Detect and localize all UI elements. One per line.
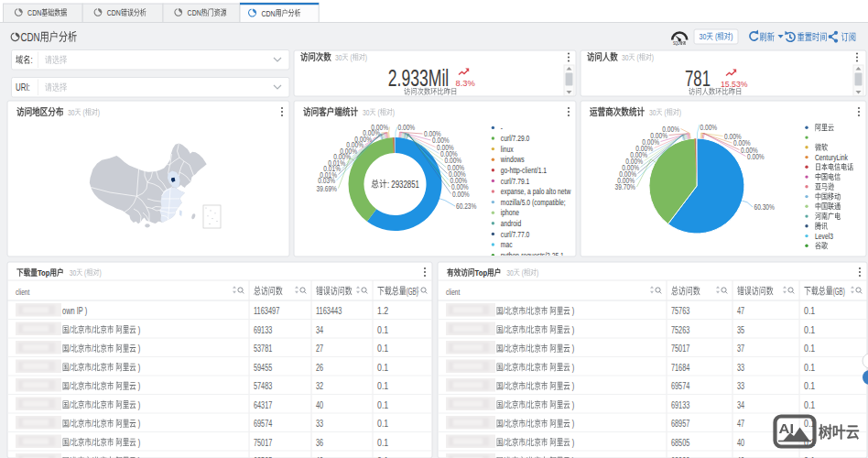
svg-text:netw: netw xyxy=(558,187,571,196)
svg-text:/: / xyxy=(92,381,93,391)
svg-text:/: / xyxy=(526,381,527,391)
svg-text:): ) xyxy=(393,108,395,117)
svg-text:75017: 75017 xyxy=(671,344,690,354)
svg-text:/: / xyxy=(526,306,527,316)
svg-text:0.1: 0.1 xyxy=(377,363,389,373)
svg-text:/: / xyxy=(69,344,71,354)
svg-text:/: / xyxy=(503,363,505,373)
svg-text:34: 34 xyxy=(737,400,744,410)
svg-text:SQL: SQL xyxy=(673,41,679,46)
svg-text:0.00%: 0.00% xyxy=(398,123,416,132)
svg-text:CDN: CDN xyxy=(188,8,201,17)
svg-text:): ) xyxy=(572,306,575,316)
svg-text:68957: 68957 xyxy=(671,419,690,429)
svg-text:palo: palo xyxy=(533,187,545,196)
svg-text:): ) xyxy=(98,108,100,117)
svg-text:27: 27 xyxy=(316,344,323,354)
svg-text:/: / xyxy=(526,400,527,410)
svg-text:): ) xyxy=(537,268,538,278)
svg-text:a: a xyxy=(527,187,531,196)
svg-text:/: / xyxy=(526,438,527,448)
svg-text:CDN: CDN xyxy=(27,8,41,17)
svg-text:): ) xyxy=(138,438,141,448)
svg-text:): ) xyxy=(138,344,141,354)
svg-text:0.00%: 0.00% xyxy=(700,123,718,132)
svg-text:0.1: 0.1 xyxy=(804,363,816,373)
svg-text:/: / xyxy=(69,438,71,448)
svg-text:1.2: 1.2 xyxy=(377,306,389,316)
svg-text:curl/7.77.0: curl/7.77.0 xyxy=(501,230,530,239)
svg-text:(: ( xyxy=(82,108,84,117)
svg-text:0.1: 0.1 xyxy=(377,381,389,391)
svg-text:own: own xyxy=(62,306,75,316)
svg-text:URI:: URI: xyxy=(16,82,30,93)
svg-text:CenturyLink: CenturyLink xyxy=(815,153,848,162)
svg-text:68505: 68505 xyxy=(671,438,690,448)
svg-text:): ) xyxy=(572,438,575,448)
svg-text:): ) xyxy=(138,363,141,373)
svg-text:/: / xyxy=(92,325,93,335)
svg-text:go-http-client/1.1: go-http-client/1.1 xyxy=(501,166,547,175)
svg-text:): ) xyxy=(138,325,141,335)
svg-text:64317: 64317 xyxy=(254,400,273,410)
svg-text:30: 30 xyxy=(70,268,77,278)
svg-text:): ) xyxy=(572,363,575,373)
svg-text:0.1: 0.1 xyxy=(804,344,816,354)
svg-text:(: ( xyxy=(84,268,86,278)
svg-text:36: 36 xyxy=(316,438,323,448)
svg-text:75017: 75017 xyxy=(254,438,273,448)
svg-text:AI: AI xyxy=(779,420,795,436)
svg-text:69133: 69133 xyxy=(671,400,690,410)
svg-text:): ) xyxy=(572,344,575,354)
svg-text:): ) xyxy=(138,419,141,429)
svg-text:): ) xyxy=(652,53,654,62)
svg-text:(: ( xyxy=(350,53,352,62)
svg-text:1163497: 1163497 xyxy=(254,306,280,316)
svg-text:32: 32 xyxy=(316,381,323,391)
svg-text:69574: 69574 xyxy=(671,381,690,391)
svg-text:30: 30 xyxy=(622,53,629,62)
svg-text:mac: mac xyxy=(501,240,513,249)
svg-text:): ) xyxy=(572,381,575,391)
svg-text:): ) xyxy=(365,53,367,62)
svg-text:(: ( xyxy=(377,108,379,117)
svg-text:/: / xyxy=(526,363,527,373)
svg-text:client: client xyxy=(446,287,461,297)
svg-text:1163443: 1163443 xyxy=(316,306,342,316)
svg-text:(GB): (GB) xyxy=(407,286,418,297)
svg-text:2.933Mil: 2.933Mil xyxy=(388,65,450,91)
svg-text:75263: 75263 xyxy=(671,325,690,335)
svg-text:0.1: 0.1 xyxy=(377,438,389,448)
svg-text:33: 33 xyxy=(737,381,744,391)
svg-text:26: 26 xyxy=(316,363,323,373)
svg-text:37: 37 xyxy=(737,344,744,354)
svg-text:(GB): (GB) xyxy=(833,286,845,297)
svg-text:): ) xyxy=(572,400,575,410)
svg-text:CDN: CDN xyxy=(262,9,276,18)
svg-text:): ) xyxy=(572,419,575,429)
svg-text:): ) xyxy=(85,306,88,316)
svg-text:/: / xyxy=(503,381,505,391)
svg-text:CDN: CDN xyxy=(107,8,121,17)
svg-text:47: 47 xyxy=(737,419,744,429)
svg-text:40: 40 xyxy=(316,400,323,410)
svg-text:/: / xyxy=(503,400,505,410)
svg-text:75763: 75763 xyxy=(671,306,690,316)
svg-text:/: / xyxy=(92,438,93,448)
svg-text:/: / xyxy=(69,381,71,391)
svg-text:30: 30 xyxy=(506,268,514,278)
svg-text:(: ( xyxy=(636,53,638,62)
svg-text:CDN: CDN xyxy=(21,30,40,44)
svg-text:2932851: 2932851 xyxy=(391,179,419,190)
svg-text:53781: 53781 xyxy=(254,344,273,354)
svg-text:): ) xyxy=(99,268,101,278)
svg-text:/: / xyxy=(69,363,71,373)
svg-text:0.1: 0.1 xyxy=(377,344,389,354)
svg-text:Top: Top xyxy=(38,267,50,278)
svg-text::: : xyxy=(387,179,389,190)
svg-text:40: 40 xyxy=(737,438,744,448)
svg-text:/: / xyxy=(526,419,527,429)
svg-text:33: 33 xyxy=(737,363,744,373)
svg-text:/: / xyxy=(92,419,93,429)
svg-text:/: / xyxy=(69,400,71,410)
